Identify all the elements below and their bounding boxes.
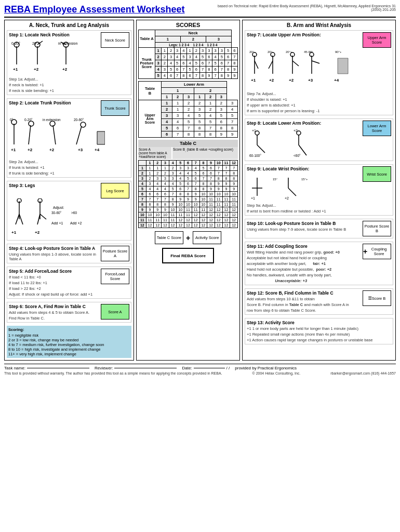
table-row: 6 <box>139 192 146 197</box>
table-row: 3 <box>162 113 172 119</box>
neck-col3: 3 <box>206 36 231 43</box>
table-cell: 7 <box>215 171 222 176</box>
table-cell: 9 <box>146 207 154 212</box>
table-cell: 2 <box>146 176 154 181</box>
table-cell: 4 <box>174 54 180 60</box>
table-row: 6 <box>162 131 172 138</box>
step1-adj1: If neck is twisted: +1 <box>9 83 129 87</box>
table-cell: 7 <box>146 197 154 202</box>
table-cell: 6 <box>212 66 218 73</box>
table-cell: 5 <box>187 66 193 73</box>
upper-arm-score-label: Upper Arm Score <box>363 35 391 45</box>
step2a-title: Step 2a: Adjust... <box>9 159 129 164</box>
table-cell: 12 <box>230 207 238 212</box>
table-cell: 1 <box>187 48 193 54</box>
svg-text:+2: +2 <box>49 148 55 152</box>
tc-corner <box>139 161 146 166</box>
table-b: TableB Lower Arm 1 2 1 2 3 1 2 <box>138 81 238 138</box>
table-cell: 5 <box>219 54 225 60</box>
table-cell: 7 <box>205 125 216 131</box>
table-cell: 4 <box>184 171 192 176</box>
svg-point-74 <box>255 131 259 135</box>
svg-text:+2: +2 <box>35 230 40 235</box>
table-cell: 8 <box>230 176 238 181</box>
table-cell: 2 <box>193 48 199 54</box>
table-cell: 12 <box>184 218 192 223</box>
tc-h8: 8 <box>199 161 207 166</box>
table-row: 11 <box>139 218 146 223</box>
table-row: 1 <box>155 48 161 54</box>
table-cell: 12 <box>215 223 222 228</box>
table-cell: 7 <box>192 181 199 187</box>
table-cell: 1 <box>146 166 154 171</box>
svg-text:15°+: 15°+ <box>301 178 308 181</box>
table-cell: 6 <box>207 171 215 176</box>
table-cell: 5 <box>168 66 174 73</box>
legs-figure: +1 +2 Adjust: 30-60° >60 Add +1 Add +2 <box>9 198 105 237</box>
table-cell: 1 <box>172 100 183 107</box>
table-cell: 11 <box>154 218 162 223</box>
activity-score-box: Activity Score <box>193 231 221 244</box>
table-cell: 3 <box>146 181 154 187</box>
wrist-h2: 2 <box>172 94 183 100</box>
table-cell: 3 <box>184 166 192 171</box>
table-row: 7 <box>139 197 146 202</box>
table-cell: 7 <box>230 166 238 171</box>
reviewer-underline[interactable] <box>114 368 177 368</box>
svg-text:+1: +1 <box>11 148 16 152</box>
tc-h5: 5 <box>177 161 184 166</box>
table-cell: 8 <box>183 131 194 138</box>
table-cell: 2 <box>168 48 174 54</box>
reviewer-label: Reviewer: <box>95 366 113 370</box>
step5-box: Force/Load Score Step 5: Add Force/Load … <box>7 267 131 299</box>
table-c-score-box: Table C Score <box>155 231 183 244</box>
table-cell: 11 <box>222 197 230 202</box>
step3-box: Leg Score Step 3: Legs +1 <box>7 181 131 241</box>
legs-header: Legs: 1 2 3 4 1 2 3 4 1 2 3 4 <box>155 43 231 48</box>
table-cell: 9 <box>230 181 238 187</box>
table-cell: 9 <box>222 187 230 192</box>
leg-score-label: Leg Score <box>106 189 124 193</box>
task-name-field: Task name: <box>4 366 89 370</box>
table-cell: 9 <box>184 197 192 202</box>
tc-h7: 7 <box>192 161 199 166</box>
final-reba-label: Final REBA Score <box>170 254 206 258</box>
scoring-item1: 1 = negligible risk <box>8 333 130 338</box>
step1-box: Neck Score Step 1: Locate Neck Position … <box>7 30 131 95</box>
table-cell: 5 <box>180 54 186 60</box>
table-cell: 5 <box>199 166 207 171</box>
table-cell: 10 <box>207 192 215 197</box>
left-section-title: A. Neck, Trunk and Leg Analysis <box>7 22 131 28</box>
table-cell: 11 <box>230 202 238 207</box>
table-cell: 5 <box>216 113 226 119</box>
table-cell: 9 <box>231 73 237 79</box>
table-cell: 7 <box>222 166 230 171</box>
table-cell: 10 <box>177 202 184 207</box>
svg-text:+2: +2 <box>269 78 274 83</box>
table-cell: 7 <box>212 73 218 79</box>
table-cell: 6 <box>146 192 154 197</box>
table-cell: 4 <box>169 181 177 187</box>
trunk-posture-label: TrunkPostureScore <box>139 48 155 79</box>
table-cell: 7 <box>180 66 186 73</box>
tc-h3: 3 <box>162 161 169 166</box>
scoring-legend: Scoring: 1 = negligible risk 2 or 3 = lo… <box>7 326 131 358</box>
wrist-h1: 1 <box>162 94 172 100</box>
tc-h1: 1 <box>146 161 154 166</box>
table-cell: 12 <box>146 223 154 228</box>
table-cell: 6 <box>231 48 237 54</box>
step13-box: Step 13: Activity Score +1 1 or more bod… <box>245 318 393 344</box>
scoring-item2: 2 or 3 = low risk, change may be needed <box>8 338 130 342</box>
table-cell: 3 <box>216 107 226 113</box>
table-a-wrapper: Table A Neck 1 2 3 Legs: 1 2 3 4 1 2 3 4… <box>138 30 238 79</box>
table-cell: 3 <box>169 171 177 176</box>
step5-line4: Adjust: If shock or rapid build up of fo… <box>9 292 129 297</box>
step11-line3: acceptable with another body part, fair:… <box>247 261 391 266</box>
table-cell: 9 <box>177 197 184 202</box>
date-underline[interactable] <box>194 368 225 368</box>
posture-a-score-box: Posture Score A <box>101 246 129 261</box>
table-cell: 4 <box>177 171 184 176</box>
step2-adj1: If trunk is twisted: +1 <box>9 165 129 170</box>
task-name-underline[interactable] <box>27 368 89 368</box>
table-b-wrapper: TableB Lower Arm 1 2 1 2 3 1 2 <box>138 81 238 138</box>
